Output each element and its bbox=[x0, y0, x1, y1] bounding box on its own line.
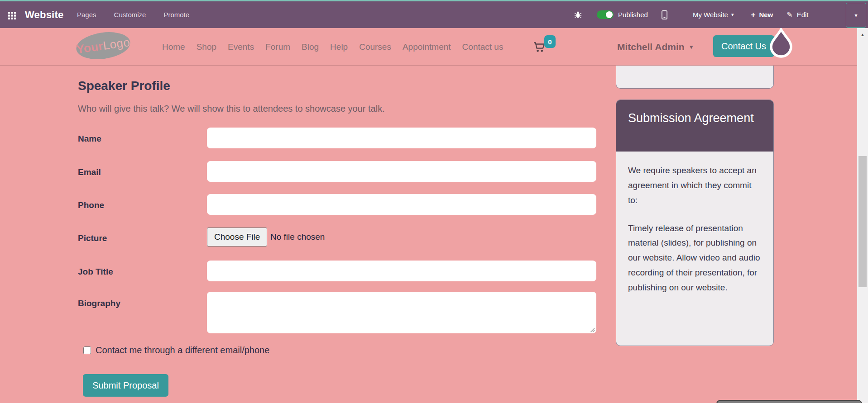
chevron-down-icon: ▾ bbox=[690, 43, 693, 50]
submission-agreement-title: Submission Agreement bbox=[616, 100, 773, 152]
new-button[interactable]: + New bbox=[751, 10, 773, 19]
browser-viewport: Website Pages Customize Promote Publishe… bbox=[0, 0, 868, 403]
submission-agreement-body: We require speakers to accept an agreeme… bbox=[616, 152, 773, 295]
page-title: Speaker Profile bbox=[78, 79, 170, 93]
choose-file-button[interactable]: Choose File bbox=[207, 228, 267, 247]
app-name[interactable]: Website bbox=[25, 1, 63, 28]
chevron-down-icon: ▾ bbox=[854, 12, 857, 19]
website-selector-label: My Website bbox=[693, 11, 728, 19]
new-button-label: New bbox=[759, 11, 773, 19]
email-input[interactable] bbox=[207, 161, 596, 182]
nav-link-appointment[interactable]: Appointment bbox=[403, 42, 451, 52]
different-contact-checkbox-label: Contact me through a different email/pho… bbox=[96, 345, 269, 356]
apps-grid-icon[interactable] bbox=[8, 12, 16, 19]
nav-link-forum[interactable]: Forum bbox=[265, 42, 290, 52]
textarea-resize-handle-icon[interactable] bbox=[589, 327, 595, 332]
website-selector[interactable]: My Website ▾ bbox=[693, 11, 734, 19]
user-name: Mitchell Admin bbox=[617, 42, 685, 52]
nav-link-blog[interactable]: Blog bbox=[302, 42, 319, 52]
debug-bug-icon[interactable] bbox=[574, 11, 582, 19]
scrollbar-thumb[interactable] bbox=[858, 156, 867, 287]
plus-icon: + bbox=[751, 10, 756, 19]
edit-button[interactable]: ✎ Edit bbox=[786, 10, 808, 19]
biography-textarea[interactable] bbox=[207, 292, 596, 333]
toggle-knob bbox=[606, 11, 613, 18]
job-title-input[interactable] bbox=[207, 261, 596, 281]
job-title-label: Job Title bbox=[78, 267, 113, 277]
name-input[interactable] bbox=[207, 128, 596, 148]
nav-link-shop[interactable]: Shop bbox=[197, 42, 216, 52]
admin-navbar: Website Pages Customize Promote Publishe… bbox=[0, 0, 868, 28]
mobile-preview-icon[interactable] bbox=[662, 10, 667, 19]
site-logo[interactable]: YourLogo bbox=[75, 29, 132, 62]
nav-link-courses[interactable]: Courses bbox=[359, 42, 391, 52]
site-nav-links: Home Shop Events Forum Blog Help Courses… bbox=[162, 28, 503, 66]
menu-customize[interactable]: Customize bbox=[114, 11, 146, 19]
name-label: Name bbox=[78, 134, 101, 144]
submit-proposal-button[interactable]: Submit Proposal bbox=[83, 374, 168, 397]
phone-input[interactable] bbox=[207, 194, 596, 215]
site-navbar: YourLogo Home Shop Events Forum Blog Hel… bbox=[0, 28, 857, 66]
admin-menu-bar: Pages Customize Promote bbox=[77, 1, 189, 28]
agreement-intro: We require speakers to accept an agreeme… bbox=[628, 163, 762, 208]
file-chosen-status: No file chosen bbox=[270, 232, 325, 242]
menu-pages[interactable]: Pages bbox=[77, 11, 96, 19]
nav-link-home[interactable]: Home bbox=[162, 42, 185, 52]
scrollbar-up-arrow-icon[interactable]: ▲ bbox=[857, 32, 868, 37]
picture-label: Picture bbox=[78, 233, 107, 243]
theme-drop-marker-icon bbox=[769, 27, 793, 58]
agreement-terms: Timely release of presentation material … bbox=[628, 221, 762, 295]
biography-label: Biography bbox=[78, 299, 120, 308]
chevron-down-icon: ▾ bbox=[731, 12, 734, 18]
pencil-icon: ✎ bbox=[786, 10, 792, 19]
logo-text-your: Your bbox=[76, 39, 104, 57]
vertical-scrollbar[interactable]: ▲ bbox=[857, 28, 868, 403]
page-subtitle: Who will give this talk? We will show th… bbox=[78, 104, 385, 114]
email-label: Email bbox=[78, 167, 101, 177]
publish-toggle-label: Published bbox=[618, 11, 648, 19]
logo-text-logo: Logo bbox=[102, 35, 131, 52]
publish-toggle[interactable] bbox=[597, 10, 614, 19]
edit-button-label: Edit bbox=[797, 11, 809, 19]
nav-link-events[interactable]: Events bbox=[228, 42, 254, 52]
user-menu[interactable]: Mitchell Admin ▾ bbox=[617, 28, 693, 66]
phone-label: Phone bbox=[78, 200, 104, 210]
admin-dropdown-toggle[interactable]: ▾ bbox=[846, 3, 866, 28]
cart-icon[interactable] bbox=[533, 42, 546, 52]
menu-promote[interactable]: Promote bbox=[163, 11, 189, 19]
admin-navbar-right: Published My Website ▾ + New ✎ Edit bbox=[574, 1, 809, 28]
contact-us-button[interactable]: Contact Us bbox=[713, 35, 774, 57]
sidebar-partial-card bbox=[616, 62, 774, 89]
different-contact-checkbox[interactable] bbox=[83, 346, 91, 354]
cart-count-badge[interactable]: 0 bbox=[544, 35, 556, 48]
nav-link-help[interactable]: Help bbox=[330, 42, 348, 52]
bottom-status-bar bbox=[716, 400, 862, 403]
nav-link-contact-us[interactable]: Contact us bbox=[462, 42, 504, 52]
submission-agreement-card: Submission Agreement We require speakers… bbox=[616, 100, 774, 346]
